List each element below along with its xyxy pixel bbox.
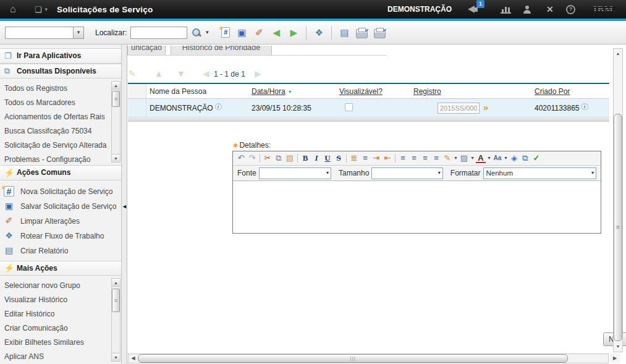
dropdown-caret-icon[interactable]: ▾ — [503, 153, 509, 164]
scrollbar-thumb[interactable] — [614, 114, 622, 341]
action-salvar-solicitacao-de-servico[interactable]: ▣ Salvar Solicitação de Serviço — [3, 199, 121, 214]
query-item[interactable]: Busca Classifcação 75034 — [4, 124, 109, 138]
query-item[interactable]: Problemas - Configuração — [4, 153, 109, 167]
editor-content-area[interactable] — [233, 181, 601, 233]
sort-icon[interactable]: ▼ — [288, 90, 292, 94]
scroll-right-icon[interactable]: ▶ — [610, 353, 620, 363]
info-icon[interactable]: i — [582, 103, 588, 110]
strikethrough-icon[interactable]: S — [334, 153, 344, 164]
dropdown-caret-icon[interactable]: ▾ — [486, 153, 492, 164]
scroll-up-icon[interactable]: ▲ — [112, 82, 120, 90]
query-item[interactable]: Todos os Marcadores — [4, 96, 109, 110]
profile-icon[interactable] — [523, 0, 531, 19]
paste-icon[interactable]: ▤ — [285, 153, 295, 164]
action-rotear-fluxo-de-trabalho[interactable]: ❖ Rotear Fluxo de Trabalho — [3, 229, 121, 243]
next-record-icon[interactable]: ▶ — [288, 27, 299, 39]
justify-icon[interactable]: ≡ — [431, 153, 441, 164]
route-workflow-icon[interactable]: ❖ — [313, 27, 324, 39]
action-criar-relatorio[interactable]: ▤ Criar Relatório — [3, 243, 121, 258]
detail-menu-chevron-icon[interactable]: » — [483, 102, 488, 112]
column-header-visualizavel[interactable]: Visualizável? — [336, 87, 410, 96]
search-options-caret-icon[interactable]: ▼ — [205, 30, 209, 35]
dropdown-caret-icon[interactable]: ▾ — [453, 153, 459, 164]
more-action-item[interactable]: Selecionar novo Grupo — [4, 279, 109, 293]
scrollbar-thumb[interactable] — [112, 91, 120, 107]
indent-decrease-icon[interactable]: ⇤ — [383, 153, 392, 164]
copy-icon[interactable]: ⧉ — [274, 153, 284, 164]
print-icon[interactable] — [356, 29, 368, 38]
table-row[interactable]: DEMONSTRAÇÃOi 23/09/15 10:28:35 » 402011… — [128, 99, 609, 117]
scroll-up-icon[interactable]: ▲ — [112, 279, 120, 287]
action-nova-solicitacao-de-servico[interactable]: # Nova Solicitação de Serviço — [3, 184, 121, 199]
font-color-icon[interactable]: A — [476, 153, 486, 163]
scroll-down-icon[interactable]: ▼ — [112, 353, 120, 361]
sidebar-section-mais-acoes[interactable]: ⚡ Mais Ações — [0, 261, 121, 276]
redo-icon[interactable]: ↷ — [247, 153, 257, 164]
help-icon[interactable]: ? — [566, 0, 575, 19]
scroll-left-icon[interactable]: ◀ — [129, 354, 137, 363]
source-icon[interactable]: ◈ — [509, 153, 519, 164]
reports-chart-icon[interactable] — [501, 0, 511, 19]
app-switcher-icon[interactable]: ❏▼ — [35, 0, 49, 19]
align-right-icon[interactable]: ≡ — [409, 153, 419, 164]
query-combobox[interactable]: ▼ — [5, 27, 84, 39]
dropdown-caret-icon[interactable]: ▾ — [470, 153, 475, 164]
previous-page-icon[interactable]: ◀ — [203, 69, 209, 78]
indent-increase-icon[interactable]: ⇥ — [371, 153, 381, 164]
query-item[interactable]: Acionamentos de Ofertas Rais — [4, 110, 109, 124]
next-row-icon[interactable]: ▼ — [177, 69, 185, 78]
spell-check-icon[interactable]: ✓ — [531, 153, 541, 164]
formatar-select[interactable]: Nenhum — [483, 167, 597, 179]
home-icon[interactable]: ⌂ — [10, 0, 16, 19]
tab-comunicacao[interactable]: unicação — [127, 46, 166, 56]
query-item[interactable]: Solicitação de Serviço Alterada n... — [4, 138, 109, 153]
registro-input[interactable] — [438, 103, 480, 114]
scroll-up-icon[interactable]: ▲ — [614, 49, 622, 58]
query-item[interactable]: Todos os Registros — [4, 82, 109, 96]
next-page-icon[interactable]: ▶ — [255, 69, 261, 78]
column-header-criado-por[interactable]: Criado Por — [531, 87, 609, 96]
bold-icon[interactable]: B — [300, 153, 310, 164]
sign-out-icon[interactable]: ✕ — [546, 0, 554, 19]
column-header-registro[interactable]: Registro — [410, 87, 531, 96]
paste-special-icon[interactable]: ⧉ — [520, 153, 530, 164]
image-icon[interactable]: ▨ — [459, 153, 469, 164]
column-header-data-hora[interactable]: Data/Hora▼ — [248, 87, 336, 96]
sidebar-item-go-to-apps[interactable]: ❐ Ir Para Aplicativos — [0, 48, 121, 64]
tab-historico-de-prioridade[interactable]: Histórico de Prioridade — [171, 46, 272, 56]
previous-row-icon[interactable]: ▲ — [154, 69, 163, 78]
collapse-sidebar-icon[interactable]: ◄ — [122, 204, 127, 210]
print-attachments-icon[interactable] — [374, 29, 386, 38]
undo-icon[interactable]: ↶ — [236, 153, 246, 164]
underline-icon[interactable]: U — [323, 153, 332, 164]
more-action-item[interactable]: Aplicar ANS — [4, 350, 109, 364]
italic-icon[interactable]: I — [311, 153, 321, 164]
localizar-input[interactable] — [130, 27, 187, 39]
edit-row-icon[interactable]: ✎ — [129, 69, 136, 78]
action-limpar-alteracoes[interactable]: ✐ Limpar Alterações — [3, 214, 121, 229]
new-record-icon[interactable]: # — [221, 27, 230, 38]
combobox-dropdown-button[interactable]: ▼ — [73, 27, 83, 38]
more-action-item[interactable]: Editar Histórico — [4, 307, 109, 321]
search-icon[interactable] — [192, 28, 201, 38]
scrollbar-thumb[interactable] — [138, 354, 568, 363]
cut-icon[interactable]: ✂ — [263, 153, 273, 164]
scroll-down-icon[interactable]: ▼ — [614, 342, 622, 351]
run-reports-icon[interactable]: ▤ — [339, 27, 350, 39]
info-icon[interactable]: i — [215, 103, 222, 110]
more-action-item[interactable]: Criar Comunicação — [4, 321, 109, 336]
save-icon[interactable]: ▣ — [236, 27, 247, 39]
tamanho-select[interactable] — [371, 167, 442, 179]
highlight-icon[interactable]: Aa — [493, 153, 502, 164]
query-combobox-input[interactable] — [6, 27, 73, 38]
previous-record-icon[interactable]: ◀ — [271, 27, 282, 39]
ordered-list-icon[interactable]: ≣ — [349, 153, 359, 164]
visualizavel-checkbox[interactable] — [345, 103, 353, 111]
more-action-item[interactable]: Visualizar Histórico — [4, 293, 109, 307]
bullet-list-icon[interactable]: ≡ — [360, 153, 370, 164]
more-action-item[interactable]: Exibir Bilhetes Similares — [4, 336, 109, 350]
sidebar-section-consultas-disponiveis[interactable]: ⧉ Consultas Disponíveis — [0, 64, 121, 79]
scroll-down-icon[interactable]: ▼ — [112, 154, 120, 162]
sidebar-section-acoes-comuns[interactable]: ⚡ Ações Comuns — [0, 165, 121, 180]
scrollbar-thumb[interactable] — [112, 289, 120, 312]
